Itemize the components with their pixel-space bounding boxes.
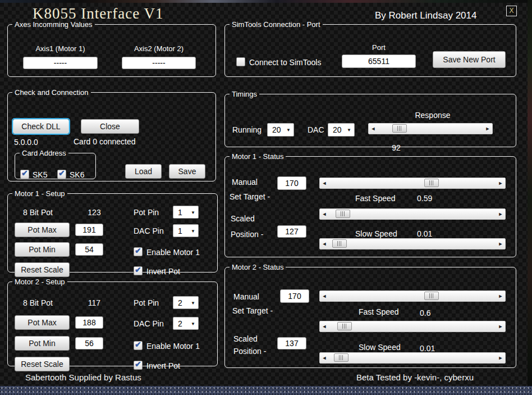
check-icon: ✔ [135, 246, 141, 255]
footer-credit-right: Beta Tested by -kevin-, cyberxu [356, 373, 474, 382]
check-dll-button[interactable]: Check DLL [13, 119, 69, 134]
pot-max-button-m1[interactable]: Pot Max [15, 223, 70, 237]
response-label: Response [388, 111, 478, 120]
chevron-down-icon: ▼ [191, 321, 195, 326]
scroll-track[interactable] [329, 321, 496, 332]
scaled-label-m2: Scaled [233, 334, 258, 343]
motor2-status-legend: Motor 2 - Status [230, 263, 286, 271]
scroll-thumb[interactable] [336, 210, 350, 218]
scroll-thumb[interactable] [337, 322, 352, 330]
slow-speed-scrollbar-m2[interactable]: ◄ ► [319, 352, 506, 364]
dll-version-label: 5.0.0.0 [14, 138, 38, 147]
axis1-value-field[interactable] [23, 57, 98, 69]
save-button[interactable]: Save [169, 164, 205, 179]
scroll-right-icon[interactable]: ► [496, 353, 505, 363]
scroll-thumb[interactable] [424, 179, 439, 187]
author-label: By Robert Lindsay 2014 [375, 10, 476, 21]
pot-pin-dropdown-value: 2 [173, 298, 182, 307]
scroll-left-icon[interactable]: ◄ [320, 321, 329, 332]
scaled-position-field-m1[interactable] [277, 225, 306, 238]
check-icon: ✔ [135, 340, 141, 349]
scroll-right-icon[interactable]: ► [496, 321, 505, 332]
load-button[interactable]: Load [125, 164, 162, 179]
dac-pin-label-m1: DAC Pin [134, 226, 164, 235]
pot-max-button-m2[interactable]: Pot Max [15, 315, 70, 330]
scroll-thumb[interactable] [332, 239, 347, 248]
close-button[interactable]: X [506, 6, 517, 16]
scroll-left-icon[interactable]: ◄ [320, 291, 329, 301]
enable-motor-checkbox-m2[interactable]: ✔ [134, 341, 143, 350]
dac-pin-dropdown-m2[interactable]: 2 ▼ [173, 317, 199, 330]
dac-pin-dropdown-value: 1 [173, 226, 182, 235]
running-dropdown-value: 20 [268, 125, 281, 134]
running-label: Running [232, 125, 262, 134]
scroll-right-icon[interactable]: ► [496, 239, 505, 249]
scroll-thumb[interactable] [334, 353, 348, 362]
fast-speed-value-m2: 0.6 [420, 308, 430, 317]
fast-speed-scrollbar-m1[interactable]: ◄ ► [319, 208, 506, 220]
slow-speed-label-m2: Slow Speed [359, 343, 401, 352]
scroll-left-icon[interactable]: ◄ [369, 124, 378, 134]
motor2-setup-group: Motor 2 - Setup 8 Bit Pot 117 Pot Pin 2 … [7, 278, 218, 366]
sk5-checkbox[interactable]: ✔ [20, 170, 29, 179]
scroll-left-icon[interactable]: ◄ [320, 209, 329, 219]
sk6-checkbox[interactable]: ✔ [57, 170, 66, 179]
card-address-legend: Card Address [20, 149, 68, 157]
set-target-scrollbar-m1[interactable]: ◄ ► [319, 178, 506, 189]
pot-min-field-m2[interactable] [75, 337, 103, 349]
scaled-position-field-m2[interactable] [277, 337, 306, 349]
desktop-background-bottom [0, 386, 532, 395]
invert-pot-checkbox-m2[interactable]: ✔ [134, 361, 143, 370]
axes-group: Axes Incomming Values Axis1 (Motor 1) Ax… [7, 20, 216, 77]
pot-pin-dropdown-m1[interactable]: 1 ▼ [173, 206, 199, 219]
connection-group-legend: Check and Connection [12, 88, 91, 97]
scroll-track[interactable] [329, 353, 496, 363]
scroll-track[interactable] [378, 124, 483, 134]
footer-credit-left: Sabertooth Supplied by Rastus [25, 373, 141, 382]
reset-scale-button-m1[interactable]: Reset Scale [15, 262, 70, 277]
scroll-right-icon[interactable]: ► [496, 291, 505, 301]
pot-min-field-m1[interactable] [75, 243, 103, 256]
fast-speed-scrollbar-m2[interactable]: ◄ ► [319, 321, 506, 332]
app-window: K8055 Interface V1 By Robert Lindsay 201… [0, 3, 528, 386]
set-target-scrollbar-m2[interactable]: ◄ ► [319, 290, 506, 302]
scroll-left-icon[interactable]: ◄ [320, 353, 329, 363]
pot-max-field-m2[interactable] [75, 316, 103, 329]
save-new-port-button[interactable]: Save New Port [433, 51, 506, 68]
running-dropdown[interactable]: 20 ▼ [267, 123, 294, 137]
pot-max-field-m1[interactable] [75, 224, 103, 236]
invert-pot-checkbox-m1[interactable]: ✔ [134, 266, 143, 275]
8bit-pot-value-m2: 117 [79, 298, 110, 307]
enable-motor-checkbox-m1[interactable]: ✔ [134, 247, 143, 256]
check-icon: ✔ [21, 169, 28, 178]
scroll-left-icon[interactable]: ◄ [320, 239, 329, 249]
scroll-left-icon[interactable]: ◄ [320, 178, 329, 188]
slow-speed-value-m1: 0.01 [417, 229, 432, 238]
scroll-thumb[interactable] [424, 292, 439, 300]
port-field[interactable] [342, 55, 416, 68]
axis2-label: Axis2 (Motor 2) [122, 44, 196, 53]
slow-speed-scrollbar-m1[interactable]: ◄ ► [319, 238, 506, 249]
manual-target-field-m2[interactable] [280, 289, 309, 303]
connect-simtools-checkbox[interactable] [236, 57, 245, 66]
pot-min-button-m1[interactable]: Pot Min [15, 242, 70, 257]
invert-pot-label-m1: Invert Pot [146, 267, 180, 276]
axis2-value-field[interactable] [122, 57, 196, 69]
port-label: Port [342, 43, 416, 52]
pot-pin-dropdown-m2[interactable]: 2 ▼ [173, 296, 199, 309]
scroll-right-icon[interactable]: ► [496, 209, 505, 219]
response-scrollbar[interactable]: ◄ ► [368, 123, 493, 134]
scroll-right-icon[interactable]: ► [483, 124, 492, 134]
scroll-thumb[interactable] [392, 124, 407, 133]
close-dll-button[interactable]: Close [81, 119, 139, 134]
scroll-track[interactable] [329, 178, 496, 188]
pot-min-button-m2[interactable]: Pot Min [15, 336, 70, 351]
scroll-track[interactable] [329, 209, 496, 219]
reset-scale-button-m2[interactable]: Reset Scale [15, 357, 70, 371]
manual-target-field-m1[interactable] [277, 176, 306, 190]
scroll-track[interactable] [329, 291, 496, 301]
scroll-track[interactable] [329, 239, 496, 249]
dac-dropdown[interactable]: 20 ▼ [328, 123, 355, 137]
scroll-right-icon[interactable]: ► [496, 178, 505, 188]
dac-pin-dropdown-m1[interactable]: 1 ▼ [173, 224, 199, 237]
